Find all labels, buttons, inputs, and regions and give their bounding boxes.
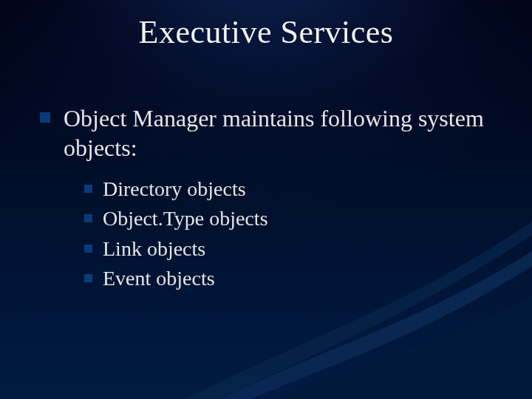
sub-point-text: Event objects — [103, 265, 215, 292]
square-bullet-icon — [84, 245, 92, 253]
square-bullet-icon — [84, 274, 92, 282]
sub-point-text: Object.Type objects — [103, 205, 268, 232]
slide-body: Object Manager maintains following syste… — [40, 103, 502, 296]
bullet-level2: Event objects — [84, 265, 502, 292]
sub-point-text: Directory objects — [103, 176, 246, 202]
bullet-level2: Object.Type objects — [84, 205, 502, 232]
main-point-text: Object Manager maintains following syste… — [64, 103, 502, 163]
bullet-level2: Directory objects — [84, 176, 502, 202]
sub-point-text: Link objects — [103, 236, 205, 262]
square-bullet-icon — [84, 185, 92, 193]
slide: Executive Services Object Manager mainta… — [0, 0, 532, 399]
bullet-level2: Link objects — [84, 236, 502, 262]
square-bullet-icon — [84, 214, 92, 222]
slide-title: Executive Services — [0, 13, 532, 51]
sub-list: Directory objects Object.Type objects Li… — [84, 176, 502, 293]
square-bullet-icon — [40, 112, 50, 123]
bullet-level1: Object Manager maintains following syste… — [40, 103, 502, 163]
